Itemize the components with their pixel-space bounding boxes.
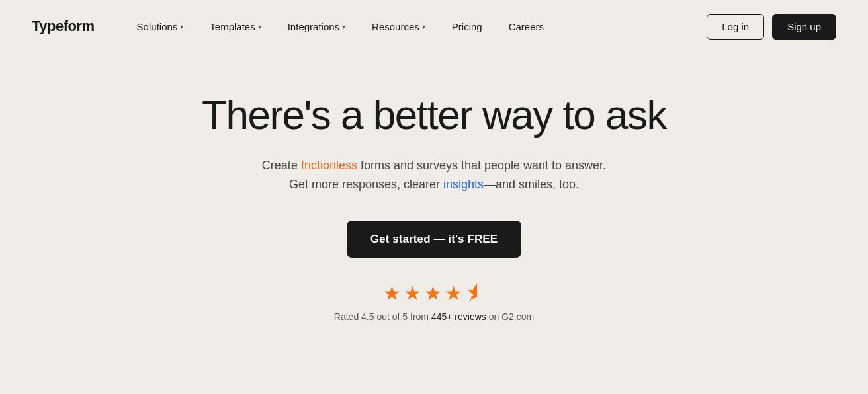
nav-links: Solutions ▾ Templates ▾ Integrations ▾ R… — [126, 16, 707, 38]
hero-section: There's a better way to ask Create frict… — [0, 53, 868, 322]
hero-subtitle: Create frictionless forms and surveys th… — [262, 156, 606, 194]
star-4: ★ — [445, 282, 462, 305]
login-button[interactable]: Log in — [707, 14, 764, 40]
nav-item-templates[interactable]: Templates ▾ — [199, 16, 271, 38]
star-2: ★ — [404, 282, 421, 305]
navigation: Typeform Solutions ▾ Templates ▾ Integra… — [0, 0, 868, 53]
subtitle-text-1: Create — [262, 159, 301, 172]
chevron-down-icon: ▾ — [258, 23, 261, 30]
nav-item-integrations[interactable]: Integrations ▾ — [277, 16, 356, 38]
chevron-down-icon: ▾ — [180, 23, 183, 30]
rating-text: Rated 4.5 out of 5 from 445+ reviews on … — [334, 311, 534, 322]
nav-item-solutions[interactable]: Solutions ▾ — [126, 16, 195, 38]
chevron-down-icon: ▾ — [422, 23, 425, 30]
cta-button[interactable]: Get started — it's FREE — [347, 221, 521, 258]
subtitle-highlight-frictionless: frictionless — [301, 159, 357, 172]
star-1: ★ — [383, 282, 401, 305]
nav-item-resources[interactable]: Resources ▾ — [361, 16, 436, 38]
reviews-link[interactable]: 445+ reviews — [431, 311, 486, 322]
subtitle-text-3: —and smiles, too. — [484, 178, 579, 191]
signup-button[interactable]: Sign up — [772, 14, 836, 40]
chevron-down-icon: ▾ — [342, 23, 345, 30]
star-rating: ★ ★ ★ ★ ⯨ — [383, 282, 485, 305]
brand-logo[interactable]: Typeform — [32, 18, 95, 35]
rating-section: ★ ★ ★ ★ ⯨ Rated 4.5 out of 5 from 445+ r… — [334, 282, 534, 322]
star-half: ⯨ — [465, 282, 485, 305]
nav-actions: Log in Sign up — [707, 14, 836, 40]
subtitle-highlight-insights: insights — [443, 178, 484, 191]
star-3: ★ — [424, 282, 442, 305]
hero-title: There's a better way to ask — [202, 93, 666, 138]
nav-item-careers[interactable]: Careers — [498, 16, 554, 38]
nav-item-pricing[interactable]: Pricing — [441, 16, 493, 38]
